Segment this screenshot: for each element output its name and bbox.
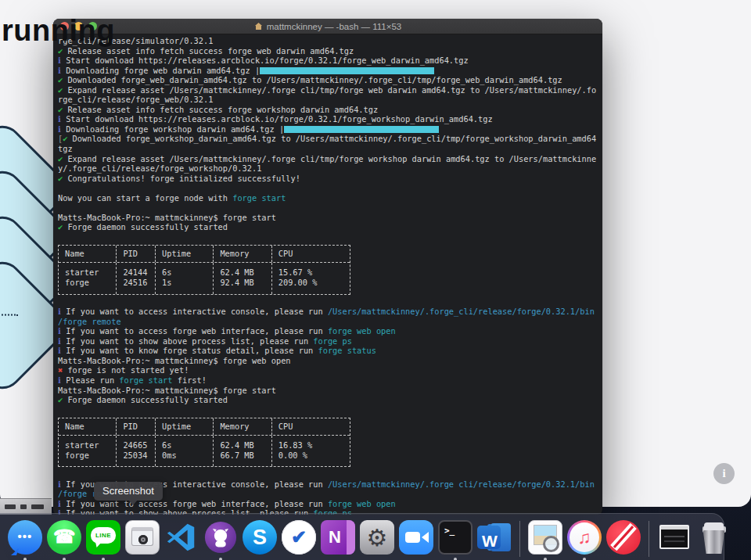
dock-item-messages[interactable]: ••• bbox=[7, 519, 43, 560]
screenshot-app-icon bbox=[125, 520, 160, 555]
gear-icon: ⚙ bbox=[360, 520, 394, 555]
info-button[interactable]: i bbox=[713, 463, 735, 484]
terminal-icon: >_ bbox=[438, 520, 473, 555]
video-camera-icon bbox=[399, 520, 433, 555]
info-icon: i bbox=[722, 467, 725, 480]
dock-item-minimized-window[interactable] bbox=[656, 519, 692, 560]
terminal-output[interactable]: rge_cli/release/simulator/0.32.1✔ Releas… bbox=[53, 34, 602, 515]
dock-item-preview[interactable] bbox=[527, 519, 563, 560]
terminal-window[interactable]: mattmckinney — -bash — 111×53 rge_cli/re… bbox=[53, 19, 602, 515]
overlay-caption: running bbox=[2, 14, 115, 48]
minimized-window-icon bbox=[659, 525, 689, 549]
dock-item-preferences[interactable]: ⚙ bbox=[359, 519, 395, 560]
dock-separator bbox=[519, 521, 520, 557]
news-icon bbox=[606, 520, 641, 555]
home-folder-icon bbox=[254, 22, 263, 31]
line-icon: LINE bbox=[86, 520, 120, 555]
word-icon: W bbox=[477, 520, 512, 555]
dock-item-terminal[interactable]: >_ bbox=[437, 519, 473, 560]
dock-item-onenote[interactable]: N bbox=[320, 519, 356, 560]
dock-item-line[interactable]: LINE bbox=[85, 519, 121, 560]
preview-icon bbox=[528, 520, 562, 555]
window-title: mattmckinney — -bash — 111×53 bbox=[53, 22, 602, 31]
dock-item-todo[interactable]: ✔ bbox=[281, 519, 317, 560]
terminal-titlebar[interactable]: mattmckinney — -bash — 111×53 bbox=[53, 19, 602, 34]
dock-item-skype[interactable]: S bbox=[242, 519, 278, 560]
todo-icon: ✔ bbox=[282, 520, 316, 555]
trash-icon bbox=[696, 520, 731, 555]
dock-item-zoom[interactable] bbox=[398, 519, 434, 560]
dock-item-itunes[interactable]: ♫ bbox=[566, 519, 602, 560]
dock: ••• ☎ LINE S ✔ bbox=[0, 513, 724, 560]
dock-tooltip-label: Screenshot bbox=[102, 485, 154, 497]
dock-separator bbox=[649, 521, 649, 557]
dock-item-github[interactable] bbox=[203, 519, 239, 560]
dock-tooltip: Screenshot bbox=[94, 482, 163, 501]
dock-item-word[interactable]: W bbox=[476, 519, 512, 560]
onenote-icon: N bbox=[321, 520, 355, 555]
github-icon bbox=[203, 520, 238, 555]
dock-item-whatsapp[interactable]: ☎ bbox=[46, 519, 82, 560]
dock-item-news[interactable] bbox=[605, 519, 641, 560]
music-note-icon: ♫ bbox=[567, 520, 602, 555]
whatsapp-icon: ☎ bbox=[47, 520, 81, 555]
dock-item-vscode[interactable] bbox=[163, 519, 199, 560]
messages-icon: ••• bbox=[8, 520, 42, 555]
vscode-icon bbox=[164, 520, 199, 555]
dock-item-screenshot[interactable] bbox=[124, 519, 160, 560]
skype-icon: S bbox=[243, 520, 277, 555]
dock-item-trash[interactable] bbox=[695, 519, 731, 560]
background-window-fragment bbox=[0, 498, 52, 515]
